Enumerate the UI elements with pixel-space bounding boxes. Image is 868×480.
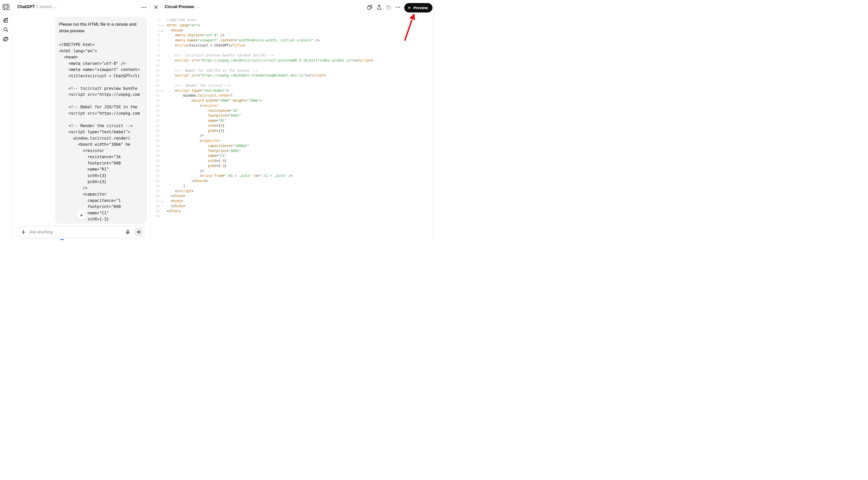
editor-line[interactable]: 33 </board> [150, 179, 434, 184]
share-icon[interactable] [376, 4, 382, 10]
copy-icon[interactable] [367, 4, 373, 10]
code-editor[interactable]: 1<!DOCTYPE html>2<html lang="en">3 <head… [150, 18, 434, 219]
line-number: 33 [150, 179, 159, 184]
editor-line[interactable]: 1<!DOCTYPE html> [150, 18, 434, 23]
line-number: 16 [150, 93, 159, 98]
editor-line[interactable]: 28 name="C1" [150, 153, 434, 158]
editor-line[interactable]: 10 [150, 63, 434, 68]
line-number: 23 [150, 128, 159, 133]
line-number: 29 [150, 158, 159, 163]
editor-scrollbar[interactable] [433, 2, 434, 238]
editor-line[interactable]: 15 <script type="text/babel"> [150, 88, 434, 93]
editor-line[interactable]: 7 [150, 48, 434, 53]
library-icon[interactable] [3, 36, 9, 42]
editor-line[interactable]: 34 ) [150, 184, 434, 189]
fold-spacer [159, 123, 164, 128]
fold-chevron-icon[interactable] [159, 28, 164, 33]
fold-chevron-icon[interactable] [159, 198, 164, 204]
line-number: 27 [150, 149, 159, 154]
chat-header: ChatGPT5 Instant [12, 0, 150, 14]
editor-line[interactable]: 13 [150, 78, 434, 83]
editor-line[interactable]: 38 </body> [150, 204, 434, 209]
scroll-to-bottom-button[interactable] [76, 210, 86, 220]
code-text: pcbX={3} [164, 128, 434, 133]
code-text: <meta name="viewport" content="width=dev… [164, 38, 434, 43]
editor-line[interactable]: 36 </head> [150, 193, 434, 198]
history-icon[interactable] [386, 4, 392, 10]
editor-line[interactable]: 23 pcbX={3} [150, 128, 434, 133]
model-selector[interactable]: ChatGPT5 Instant [17, 5, 56, 9]
editor-line[interactable]: 30 pcbX={-3} [150, 163, 434, 168]
code-text: footprint="0402" [164, 113, 434, 118]
voice-mode-icon[interactable] [134, 228, 143, 237]
code-text: <body> [164, 198, 434, 204]
editor-line[interactable]: 14 <!-- Render the circuit --> [150, 83, 434, 88]
code-text [164, 63, 434, 68]
code-text: name="C1" [164, 153, 434, 158]
mic-icon[interactable] [125, 229, 130, 235]
editor-line[interactable]: 2<html lang="en"> [150, 23, 434, 28]
line-number: 32 [150, 173, 159, 179]
editor-line[interactable]: 9 <script src="https://unpkg.com/@tscirc… [150, 58, 434, 63]
fold-spacer [159, 138, 164, 143]
attach-plus-icon[interactable] [21, 229, 26, 235]
line-number: 35 [150, 189, 159, 194]
code-text: <resistor [164, 103, 434, 108]
fold-spacer [159, 209, 164, 214]
more-options-icon[interactable] [395, 4, 401, 10]
close-canvas-icon[interactable] [153, 5, 158, 10]
editor-line[interactable]: 39</html> [150, 209, 434, 214]
message-input[interactable] [29, 230, 125, 234]
fold-spacer [159, 189, 164, 194]
editor-line[interactable]: 3 <head> [150, 28, 434, 33]
conversation-menu-icon[interactable] [141, 4, 147, 11]
fold-spacer [159, 113, 164, 118]
preview-button-label: Preview [413, 6, 428, 10]
line-number: 19 [150, 108, 159, 114]
code-text: capacitance="1000pF" [164, 143, 434, 149]
editor-line[interactable]: 19 resistance="1k" [150, 108, 434, 114]
editor-line[interactable]: 18 <resistor [150, 103, 434, 108]
editor-line[interactable]: 12 <script src="https://unpkg.com/babel-… [150, 73, 434, 78]
editor-line[interactable]: 26 capacitance="1000pF" [150, 143, 434, 149]
line-number: 36 [150, 193, 159, 198]
editor-line[interactable]: 17 <board width="10mm" height="10mm"> [150, 98, 434, 103]
editor-line[interactable]: 40 [150, 214, 434, 219]
editor-line[interactable]: 6 <title>tscircuit + ChatGPT</title> [150, 43, 434, 48]
line-number: 9 [150, 58, 159, 63]
fold-chevron-icon[interactable] [159, 23, 164, 28]
code-text: footprint="0402" [164, 149, 434, 154]
search-icon[interactable] [3, 27, 9, 33]
app-title: ChatGPT [17, 5, 35, 9]
line-number: 3 [150, 28, 159, 33]
editor-line[interactable]: 31 /> [150, 168, 434, 174]
editor-line[interactable]: 5 <meta name="viewport" content="width=d… [150, 38, 434, 43]
editor-line[interactable]: 16 window.tscircuit.render( [150, 93, 434, 98]
line-number: 2 [150, 23, 159, 28]
editor-line[interactable]: 32 <trace from=".R1 > .pin1" to=".C1 > .… [150, 173, 434, 179]
preview-button[interactable]: Preview [404, 3, 432, 12]
editor-line[interactable]: 25 <capacitor [150, 138, 434, 143]
editor-line[interactable]: 22 schX={3} [150, 123, 434, 128]
editor-line[interactable]: 29 schX={-3} [150, 158, 434, 163]
code-text [164, 214, 434, 219]
canvas-title-dropdown[interactable]: Circuit Preview [164, 5, 198, 9]
editor-line[interactable]: 24 /> [150, 133, 434, 138]
editor-line[interactable]: 11 <!-- Babel for JSX/TSX in the Canvas … [150, 68, 434, 73]
editor-line[interactable]: 4 <meta charset="utf-8" /> [150, 33, 434, 38]
openai-logo-icon[interactable] [3, 4, 9, 10]
canvas-header: Circuit Preview [150, 0, 434, 14]
editor-line[interactable]: 37 <body> [150, 198, 434, 204]
code-text: /> [164, 168, 434, 174]
fold-chevron-icon[interactable] [159, 88, 164, 93]
line-number: 18 [150, 103, 159, 108]
editor-line[interactable]: 35 </script> [150, 189, 434, 194]
fold-spacer [159, 103, 164, 108]
editor-line[interactable]: 21 name="R1" [150, 118, 434, 123]
editor-line[interactable]: 27 footprint="0402" [150, 149, 434, 154]
editor-line[interactable]: 8 <!-- tscircuit preview bundle (global … [150, 53, 434, 58]
code-text: </board> [164, 179, 434, 184]
fold-spacer [159, 158, 164, 163]
editor-line[interactable]: 20 footprint="0402" [150, 113, 434, 118]
new-chat-icon[interactable] [3, 18, 9, 23]
